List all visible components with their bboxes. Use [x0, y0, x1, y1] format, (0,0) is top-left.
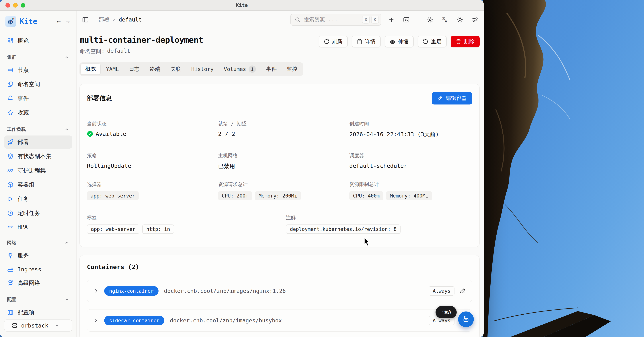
sidebar-item-label: 有状态副本集	[18, 152, 52, 160]
sidebar-section-workloads[interactable]: 工作负载	[4, 120, 72, 135]
preferences-sliders-icon[interactable]	[472, 16, 478, 23]
bell-icon	[7, 95, 14, 102]
namespace-value: default	[107, 48, 130, 55]
k-key: K	[371, 16, 379, 24]
details-button[interactable]: 详情	[352, 36, 381, 48]
selector-badge: app: web-server	[87, 191, 139, 200]
sidebar-item-label: Ingress	[18, 266, 41, 273]
breadcrumb-current: default	[119, 17, 142, 23]
sidebar-item-namespaces[interactable]: 命名空间	[4, 78, 72, 91]
sidebar-item-advanced-network[interactable]: 高级网络	[4, 276, 72, 289]
divider	[87, 207, 472, 207]
history-back-icon[interactable]: ←	[57, 18, 61, 25]
refresh-button[interactable]: 刷新	[319, 36, 348, 48]
annotation-badge: deployment.kubernetes.io/revision: 8	[286, 224, 400, 234]
sidebar-item-daemonsets[interactable]: 守护进程集	[4, 164, 72, 177]
cluster-name: orbstack	[21, 322, 48, 329]
tab-related[interactable]: 关联	[166, 64, 186, 75]
container-row: nginx-container docker.cnb.cool/znb/imag…	[87, 280, 472, 302]
add-resource-icon[interactable]	[388, 16, 395, 23]
tab-logs[interactable]: 日志	[124, 64, 144, 75]
sidebar-item-label: 守护进程集	[18, 167, 46, 174]
dashboard-grid-icon	[7, 38, 14, 44]
chevron-down-icon	[54, 323, 60, 328]
cluster-selector[interactable]: orbstack	[4, 319, 72, 331]
section-label: 工作负载	[7, 126, 26, 132]
chevron-right-icon[interactable]	[93, 288, 99, 294]
tab-volumes[interactable]: Volumes1	[219, 64, 260, 75]
labels-label: 标签	[87, 214, 286, 221]
tab-events[interactable]: 事件	[262, 64, 281, 75]
app-window: Kite	[0, 0, 484, 337]
strategy-value: RollingUpdate	[87, 162, 218, 169]
tab-history[interactable]: History	[187, 64, 218, 75]
tab-overview[interactable]: 概览	[81, 64, 100, 75]
breadcrumb-section[interactable]: 部署	[98, 16, 110, 23]
sidebar-item-cronjobs[interactable]: 定时任务	[4, 207, 72, 220]
sidebar-section-cluster[interactable]: 集群	[4, 48, 72, 63]
page-content: multi-container-deployment 命名空间: default…	[76, 29, 484, 337]
sidebar-item-hpa[interactable]: HPA	[4, 221, 72, 233]
arrows-horizontal-icon	[7, 224, 14, 230]
minimize-window-button[interactable]	[13, 3, 18, 8]
sidebar-item-nodes[interactable]: 节点	[4, 64, 72, 77]
breadcrumb-separator-icon: >	[113, 17, 115, 22]
chevron-right-icon[interactable]	[93, 318, 99, 323]
close-window-button[interactable]	[6, 3, 10, 8]
restart-button[interactable]: 重启	[418, 36, 447, 48]
brand-name: Kite	[20, 17, 37, 26]
detail-tabs: 概览 YAML 日志 终端 关联 History Volumes1 事件 监控	[80, 62, 303, 76]
sidebar-item-deployments[interactable]: 部署	[4, 136, 72, 149]
sidebar-item-label: HPA	[18, 224, 28, 230]
sidebar-item-label: 定时任务	[18, 209, 40, 217]
sidebar-item-ingress[interactable]: Ingress	[4, 263, 72, 275]
theme-sun-icon[interactable]	[457, 16, 464, 23]
volumes-count-badge: 1	[248, 66, 256, 73]
sidebar-item-statefulsets[interactable]: 有状态副本集	[4, 150, 72, 163]
history-forward-icon[interactable]: →	[66, 18, 70, 25]
container-name-badge[interactable]: nginx-container	[104, 286, 158, 296]
sidebar-item-label: 服务	[18, 252, 29, 259]
limit-memory-badge: Memory: 400Mi	[386, 191, 432, 200]
terminal-icon[interactable]	[403, 16, 410, 23]
settings-gear-icon[interactable]	[427, 16, 434, 23]
search-input[interactable]: 搜索资源 ... ⌘ K	[290, 14, 382, 26]
strategy-label: 策略	[87, 152, 218, 159]
scale-balance-icon	[390, 39, 395, 44]
clipboard-icon	[357, 39, 362, 44]
sidebar-item-favorites[interactable]: 收藏	[4, 106, 72, 119]
tab-monitoring[interactable]: 监控	[282, 64, 302, 75]
sidebar-item-overview[interactable]: 概览	[4, 34, 72, 47]
ready-value: 2 / 2	[218, 131, 349, 137]
sidebar-toggle-icon[interactable]	[82, 16, 89, 23]
edit-containers-button[interactable]: 编辑容器	[432, 92, 472, 105]
sidebar-item-services[interactable]: 服务	[4, 249, 72, 262]
ai-assistant-button[interactable]	[458, 311, 474, 327]
sidebar-item-events[interactable]: 事件	[4, 92, 72, 105]
sidebar-brand-row: Kite ← →	[4, 15, 72, 29]
pencil-icon	[437, 96, 443, 101]
sidebar-section-network[interactable]: 网络	[4, 233, 72, 248]
zoom-window-button[interactable]	[21, 3, 25, 8]
sidebar-item-jobs[interactable]: 任务	[4, 192, 72, 205]
server-icon	[7, 67, 14, 73]
scale-button[interactable]: 伸缩	[385, 36, 414, 48]
ai-shortcut-hint: ⇧⌘A	[436, 306, 457, 318]
language-translate-icon[interactable]: 文A	[442, 16, 449, 23]
limits-label: 资源限制总计	[349, 181, 472, 188]
topbar: 部署 > default 搜索资源 ... ⌘ K	[76, 11, 484, 29]
sidebar-item-pods[interactable]: 容器组	[4, 178, 72, 191]
container-name-badge[interactable]: sidecar-container	[104, 316, 164, 325]
image-pull-policy-badge: Always	[428, 286, 454, 296]
edit-container-icon[interactable]	[460, 288, 466, 294]
tab-yaml[interactable]: YAML	[102, 64, 123, 75]
main-area: 部署 > default 搜索资源 ... ⌘ K	[76, 11, 484, 337]
delete-button[interactable]: 删除	[451, 36, 480, 48]
status-check-icon	[87, 131, 93, 137]
wallpaper-hair-silhouette	[483, 0, 644, 337]
tab-terminal[interactable]: 终端	[145, 64, 165, 75]
sidebar-section-config[interactable]: 配置	[4, 290, 72, 305]
search-placeholder: 搜索资源 ...	[304, 16, 338, 23]
container-image: docker.cnb.cool/znb/images/nginx:1.26	[164, 288, 286, 294]
sidebar-item-configmaps[interactable]: 配置项	[4, 306, 72, 319]
